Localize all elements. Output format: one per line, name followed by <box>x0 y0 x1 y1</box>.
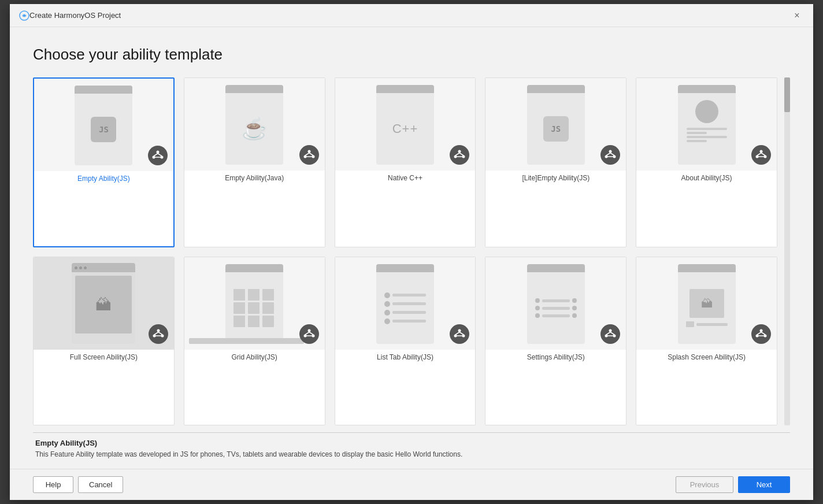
about-lines <box>687 128 727 142</box>
dialog-footer: Help Cancel Previous Next <box>10 469 813 500</box>
template-label-fullscreen-js: Full Screen Ability(JS) <box>68 353 140 361</box>
svg-line-53 <box>606 332 610 335</box>
next-button[interactable]: Next <box>738 476 790 493</box>
info-section: Empty Ability(JS) This Feature Ability t… <box>33 439 790 459</box>
svg-line-54 <box>610 332 614 335</box>
scrollbar-track[interactable] <box>784 77 790 425</box>
device-badge-cpp-icon <box>450 145 469 165</box>
svg-point-20 <box>609 150 612 153</box>
device-badge-java-icon <box>299 145 319 165</box>
svg-point-38 <box>307 329 310 332</box>
template-label-about-js: About Ability(JS) <box>679 174 735 182</box>
svg-line-12 <box>309 153 313 156</box>
svg-point-8 <box>307 150 310 153</box>
close-button[interactable]: × <box>790 9 804 23</box>
template-card-splash-js[interactable]: 🏔 <box>636 257 777 425</box>
scrollbar-thumb[interactable] <box>784 77 790 112</box>
svg-line-30 <box>761 153 765 156</box>
card-preview-fullscreen: 🏔 <box>34 257 174 350</box>
template-label-grid-js: Grid Ability(JS) <box>229 353 280 361</box>
svg-line-6 <box>158 154 162 157</box>
device-badge-lite-icon <box>600 145 620 165</box>
card-preview-empty-js: JS <box>34 79 173 171</box>
template-label-cpp: Native C++ <box>385 174 425 182</box>
template-label-splash-js: Splash Screen Ability(JS) <box>665 353 748 361</box>
svg-point-56 <box>760 329 763 332</box>
template-card-grid-js[interactable]: Grid Ability(JS) <box>184 257 325 425</box>
harmonyos-logo-icon <box>19 10 29 21</box>
svg-point-50 <box>609 329 612 332</box>
template-card-native-cpp[interactable]: C++ <box>335 77 476 247</box>
svg-line-47 <box>455 332 459 335</box>
svg-point-44 <box>458 329 461 332</box>
device-badge-fullscreen-icon <box>149 324 168 344</box>
info-description: This Feature Ability template was develo… <box>35 450 788 459</box>
svg-line-18 <box>459 153 464 156</box>
card-preview-lite-js: JS <box>485 78 626 171</box>
svg-line-59 <box>757 332 761 335</box>
js-icon: JS <box>91 117 116 142</box>
dialog-title: Create HarmonyOS Project <box>29 11 790 20</box>
svg-line-5 <box>154 154 158 157</box>
template-card-fullscreen-js[interactable]: 🏔 <box>33 257 175 425</box>
device-badge-icon <box>148 146 168 165</box>
svg-line-41 <box>305 332 309 335</box>
template-card-lite-js[interactable]: JS <box>485 77 626 247</box>
svg-line-42 <box>309 332 313 335</box>
card-preview-about-js <box>636 78 777 171</box>
grid-preview-icon <box>233 289 275 327</box>
svg-line-36 <box>158 332 162 335</box>
svg-line-17 <box>455 153 459 156</box>
info-title: Empty Ability(JS) <box>35 439 788 447</box>
template-label-empty-java: Empty Ability(Java) <box>223 174 286 182</box>
device-badge-settings-icon <box>600 324 620 344</box>
settings-preview-icon <box>535 298 577 318</box>
svg-line-24 <box>610 153 614 156</box>
card-preview-listtab <box>335 257 476 350</box>
lite-js-icon: JS <box>543 116 569 142</box>
footer-right-buttons: Previous Next <box>676 476 790 493</box>
about-circle-icon <box>695 100 718 123</box>
svg-point-32 <box>157 329 160 332</box>
svg-line-60 <box>761 332 765 335</box>
card-preview-settings <box>485 257 626 350</box>
template-card-listtab-js[interactable]: List Tab Ability(JS) <box>335 257 476 425</box>
templates-grid: JS <box>33 77 782 425</box>
template-card-settings-js[interactable]: Settings Ability(JS) <box>485 257 626 425</box>
help-button[interactable]: Help <box>33 476 73 493</box>
card-preview-grid <box>184 257 325 350</box>
svg-line-11 <box>305 153 309 156</box>
template-card-about-js[interactable]: About Ability(JS) <box>636 77 777 247</box>
device-badge-listtab-icon <box>450 324 469 344</box>
card-preview-splash: 🏔 <box>636 257 777 350</box>
svg-point-26 <box>760 150 763 153</box>
svg-point-14 <box>458 150 461 153</box>
template-label-listtab-js: List Tab Ability(JS) <box>375 353 436 361</box>
template-label-lite-js: [Lite]Empty Ability(JS) <box>520 174 592 182</box>
svg-point-2 <box>156 151 159 154</box>
device-badge-splash-icon <box>751 324 771 344</box>
cpp-icon: C++ <box>392 121 418 136</box>
divider <box>33 432 790 433</box>
template-card-empty-java[interactable]: ☕ <box>184 77 325 247</box>
svg-line-29 <box>757 153 761 156</box>
template-card-empty-js[interactable]: JS <box>33 77 175 247</box>
svg-line-48 <box>459 332 464 335</box>
card-preview-empty-java: ☕ <box>184 78 325 171</box>
previous-button[interactable]: Previous <box>676 476 733 493</box>
page-title: Choose your ability template <box>33 46 790 64</box>
svg-line-35 <box>154 332 158 335</box>
cancel-button[interactable]: Cancel <box>78 476 123 493</box>
device-badge-grid-icon <box>299 324 319 344</box>
svg-line-23 <box>606 153 610 156</box>
template-label-empty-js: Empty Ability(JS) <box>75 175 132 183</box>
titlebar: Create HarmonyOS Project × <box>10 4 813 27</box>
coffee-icon: ☕ <box>242 117 268 141</box>
list-tab-preview-icon <box>384 292 426 324</box>
device-badge-about-icon <box>751 145 771 165</box>
dialog-content: Choose your ability template JS <box>10 27 813 469</box>
svg-point-1 <box>23 14 25 17</box>
footer-left-buttons: Help Cancel <box>33 476 123 493</box>
create-project-dialog: Create HarmonyOS Project × Choose your a… <box>10 4 813 500</box>
card-preview-cpp: C++ <box>335 78 476 171</box>
